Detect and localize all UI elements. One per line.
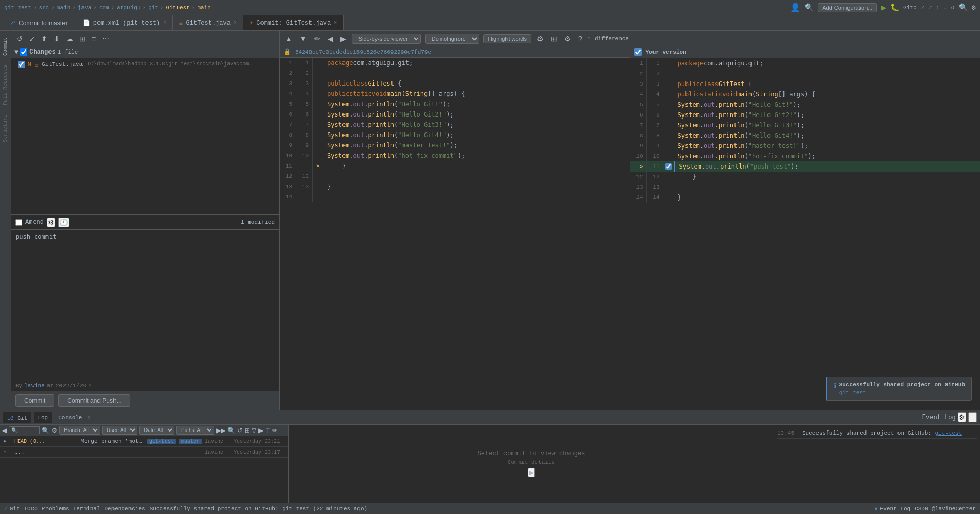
problems-status-item[interactable]: Problems: [42, 506, 69, 512]
commit-gittest-tab[interactable]: ⚡ Commit: GitTest.java ×: [243, 15, 344, 30]
highlight-words-button[interactable]: Highlight words: [483, 34, 531, 43]
paths-filter-select[interactable]: Paths: All: [176, 426, 214, 435]
diff-fwd-btn[interactable]: ▶: [339, 35, 348, 43]
diff-grid-btn[interactable]: ⊞: [549, 35, 559, 43]
diff-back-btn[interactable]: ◀: [326, 35, 335, 43]
diff-options-btn[interactable]: ⚙: [563, 35, 573, 43]
pom-xml-tab[interactable]: 📄 pom.xml (git-test) ×: [76, 15, 173, 30]
breadcrumb-gitclass[interactable]: GitTest: [166, 5, 190, 11]
breadcrumb-git[interactable]: git: [148, 5, 158, 11]
pom-xml-close-icon[interactable]: ×: [163, 20, 166, 26]
log-group-btn[interactable]: ⊞: [244, 427, 250, 434]
gittest-java-close-icon[interactable]: ×: [234, 20, 237, 26]
log-prev-btn[interactable]: ◀: [2, 427, 7, 434]
bottom-settings-btn[interactable]: ⚙: [958, 412, 966, 422]
version-checkbox[interactable]: [634, 48, 642, 56]
git-pull-icon[interactable]: ↓: [943, 5, 947, 11]
breadcrumb-main-method[interactable]: main: [197, 5, 210, 11]
commit-and-push-button[interactable]: Commit and Push...: [58, 394, 130, 407]
undo-icon[interactable]: ↺: [951, 4, 955, 11]
user-icon[interactable]: 👤: [790, 3, 801, 13]
breadcrumb-project[interactable]: git-test: [4, 5, 31, 11]
file-checkbox[interactable]: [18, 61, 25, 68]
gittest-java-tab[interactable]: ☕ GitTest.java ×: [173, 15, 243, 30]
log-next-btn[interactable]: ▶: [258, 427, 263, 434]
commit-button[interactable]: Commit: [15, 394, 54, 407]
commit-details-arrow-btn[interactable]: ▶: [528, 468, 535, 477]
graph-area-2: ○: [3, 449, 11, 456]
changes-checkbox[interactable]: [20, 48, 27, 56]
notification-link[interactable]: git-test: [839, 390, 867, 396]
log-view-btn[interactable]: ⊤: [265, 427, 270, 434]
download-button[interactable]: ⬇: [52, 34, 62, 44]
log-bottom-tab[interactable]: Log: [34, 412, 52, 423]
author-close-icon[interactable]: ×: [88, 383, 92, 389]
diff-ignore-select[interactable]: Do not ignore: [425, 34, 479, 44]
log-filter-btn[interactable]: ▶▶: [216, 427, 225, 434]
diff-help-btn[interactable]: ?: [577, 35, 584, 43]
git-check2-icon[interactable]: ✓: [928, 4, 932, 11]
line-accept-checkbox[interactable]: [665, 163, 672, 170]
git-check-icon[interactable]: ✓: [921, 4, 924, 11]
breadcrumb-java[interactable]: java: [78, 5, 91, 11]
terminal-status-item[interactable]: Terminal: [73, 506, 101, 512]
console-bottom-tab[interactable]: Console ×: [54, 412, 95, 423]
git-push-icon[interactable]: ↑: [936, 5, 940, 11]
search-icon[interactable]: 🔍: [805, 3, 813, 12]
git-status-item[interactable]: ✓ Git: [4, 505, 20, 512]
more-button[interactable]: ⋯: [100, 34, 111, 44]
breadcrumb-main[interactable]: main: [57, 5, 70, 11]
diff-next-btn[interactable]: ▼: [298, 35, 308, 43]
event-link-1[interactable]: git-test: [935, 430, 962, 436]
log-edit2-btn[interactable]: ✏: [272, 427, 277, 434]
event-log-status-item[interactable]: ● Event Log: [874, 506, 910, 512]
console-close-icon[interactable]: ×: [88, 415, 91, 421]
bottom-minimize-btn[interactable]: —: [968, 412, 977, 422]
commit-vertical-tab[interactable]: Commit: [2, 33, 9, 60]
user-filter-select[interactable]: User: All: [102, 426, 137, 435]
diff-viewer-select[interactable]: Side-by-side viewer: [352, 34, 421, 44]
breadcrumb-atguigu[interactable]: atguigu: [117, 5, 140, 11]
log-filter2-btn[interactable]: ▽: [252, 427, 256, 434]
log-search-btn[interactable]: 🔍: [42, 427, 50, 434]
right-code-line-12: 12 12 }: [630, 172, 981, 182]
amend-history-button[interactable]: 🕐: [58, 218, 69, 227]
add-configuration-button[interactable]: Add Configuration...: [818, 3, 877, 12]
log-search-input[interactable]: [9, 426, 40, 434]
commit-to-master-tab[interactable]: ⎇ Commit to master: [0, 15, 76, 30]
log-row-head[interactable]: ● HEAD (0... Merge branch 'hot-fix' into…: [0, 436, 288, 447]
collapse-icon[interactable]: ▼: [14, 48, 18, 56]
structure-vertical-tab[interactable]: Structure: [2, 110, 9, 146]
commit-message-input[interactable]: push commit: [15, 233, 275, 377]
diff-prev-btn[interactable]: ▲: [284, 35, 294, 43]
pull-requests-vertical-tab[interactable]: Pull Requests: [2, 61, 9, 109]
refresh-button[interactable]: ↺: [14, 34, 25, 44]
todo-status-item[interactable]: TODO: [24, 506, 37, 512]
file-entry[interactable]: M ☕ GitTest.java D:\downloads\hadoop-3.1…: [11, 58, 279, 70]
list-button[interactable]: ≡: [90, 34, 98, 44]
version-label: Your version: [646, 49, 687, 55]
stash-button[interactable]: ☁: [64, 34, 75, 44]
run-icon[interactable]: ▶: [881, 3, 886, 13]
log-row-2[interactable]: ○ ... lavine Yesterday 23:17: [0, 447, 288, 458]
git-bottom-tab[interactable]: ⎇ Git: [3, 412, 31, 423]
log-settings-btn[interactable]: ⚙: [52, 427, 57, 434]
group-button[interactable]: ⊞: [77, 34, 88, 44]
diff-settings2-btn[interactable]: ⚙: [535, 35, 545, 43]
rollback-button[interactable]: ↙: [27, 34, 37, 44]
log-refresh-btn[interactable]: ↺: [237, 427, 242, 434]
upload-button[interactable]: ⬆: [39, 34, 50, 44]
debug-icon[interactable]: 🐛: [890, 3, 899, 12]
settings-icon[interactable]: ⚙: [972, 3, 976, 12]
date-filter-select[interactable]: Date: All: [139, 426, 174, 435]
find-icon[interactable]: 🔍: [959, 3, 968, 12]
diff-edit-btn[interactable]: ✏: [313, 35, 322, 43]
log-more-btn[interactable]: 🔍: [227, 427, 235, 434]
breadcrumb-com[interactable]: com: [99, 5, 109, 11]
amend-settings-button[interactable]: ⚙: [47, 218, 55, 227]
branch-filter-select[interactable]: Branch: All: [59, 426, 100, 435]
dependencies-status-item[interactable]: Dependencies: [104, 506, 145, 512]
commit-gittest-close-icon[interactable]: ×: [334, 20, 337, 26]
amend-checkbox[interactable]: [15, 219, 22, 226]
breadcrumb-src[interactable]: src: [39, 5, 49, 11]
